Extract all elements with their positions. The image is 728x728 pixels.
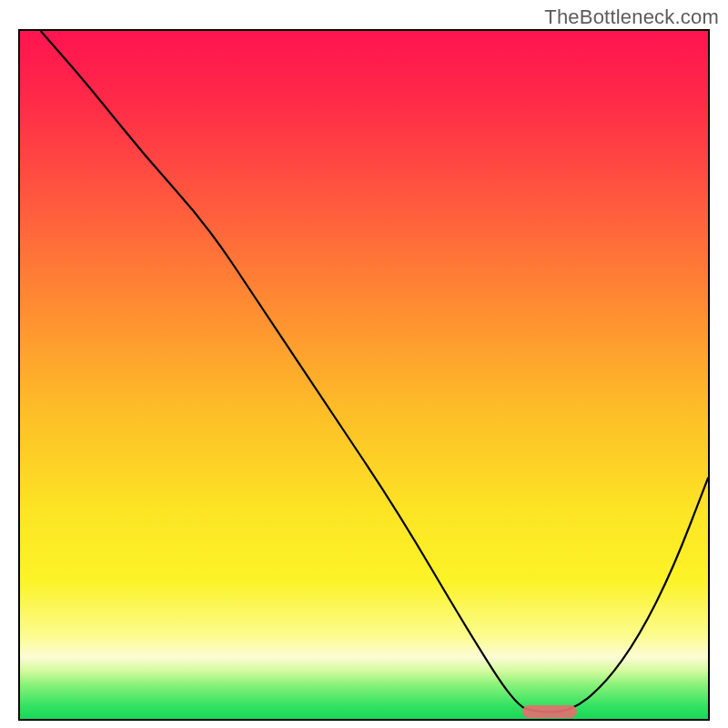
plot-area [18,29,710,721]
watermark-text: TheBottleneck.com [544,5,719,29]
bottleneck-curve [20,31,708,719]
chart-frame: TheBottleneck.com [0,0,728,728]
ideal-zone-marker [522,705,577,718]
